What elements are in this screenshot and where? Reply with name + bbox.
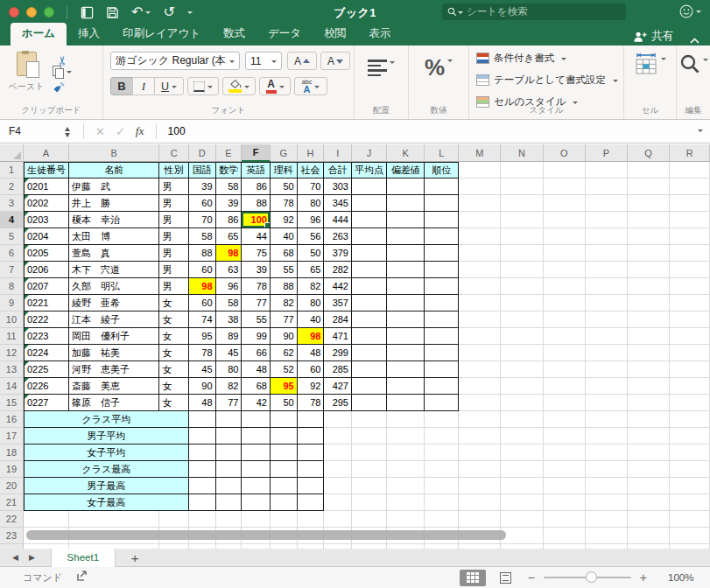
cell[interactable] <box>544 528 586 544</box>
student-name-cell[interactable]: 斎藤 美恵 <box>69 378 160 395</box>
score-cell[interactable]: 96 <box>298 212 325 228</box>
cell[interactable] <box>544 295 586 312</box>
cell[interactable] <box>586 312 628 328</box>
enter-icon[interactable]: ✓ <box>116 125 125 138</box>
student-id-cell[interactable]: 0225 <box>24 361 69 378</box>
cell[interactable] <box>352 395 387 411</box>
gender-cell[interactable]: 女 <box>159 295 188 312</box>
gender-cell[interactable]: 男 <box>159 212 188 228</box>
score-cell[interactable]: 39 <box>242 262 270 278</box>
score-cell[interactable]: 80 <box>216 361 243 378</box>
cell[interactable] <box>352 178 387 195</box>
cell[interactable] <box>544 411 586 428</box>
score-cell[interactable]: 50 <box>271 395 298 411</box>
cell[interactable] <box>501 195 543 212</box>
cell[interactable] <box>501 328 543 345</box>
number-format-button[interactable]: % <box>409 56 468 79</box>
student-id-cell[interactable]: 0224 <box>24 345 69 361</box>
cell[interactable] <box>544 378 586 395</box>
font-name-select[interactable]: 游ゴシック Regular (本... <box>110 52 240 70</box>
cell[interactable] <box>352 478 387 494</box>
score-cell[interactable]: 98 <box>298 328 325 345</box>
score-cell[interactable]: 86 <box>216 212 243 228</box>
total-cell[interactable]: 284 <box>324 312 352 328</box>
increase-font-size-button[interactable]: A <box>287 52 317 70</box>
add-sheet-button[interactable]: + <box>131 551 139 564</box>
cut-icon[interactable]: ✂ <box>56 46 68 66</box>
cell[interactable] <box>670 212 710 228</box>
row-header-19[interactable]: 19 <box>0 461 24 478</box>
score-cell[interactable]: 58 <box>216 295 243 312</box>
cell[interactable] <box>544 428 586 444</box>
student-id-cell[interactable]: 0223 <box>24 328 69 345</box>
header-cell[interactable]: 数学 <box>216 162 243 178</box>
cell[interactable] <box>387 411 425 428</box>
summary-value-cell[interactable] <box>298 444 325 461</box>
student-name-cell[interactable]: 江本 綾子 <box>69 312 160 328</box>
score-cell[interactable]: 74 <box>189 312 216 328</box>
cell[interactable] <box>544 162 586 178</box>
cell[interactable] <box>628 511 670 528</box>
row-header-17[interactable]: 17 <box>0 428 24 444</box>
summary-label-cell[interactable]: クラス最高 <box>24 461 189 478</box>
cell[interactable] <box>670 461 710 478</box>
cell[interactable] <box>586 395 628 411</box>
cell[interactable] <box>387 428 425 444</box>
column-header-R[interactable]: R <box>670 144 710 162</box>
page-layout-view-button[interactable] <box>493 570 519 586</box>
cell[interactable] <box>670 361 710 378</box>
row-header-18[interactable]: 18 <box>0 444 24 461</box>
student-id-cell[interactable]: 0205 <box>24 245 69 262</box>
cell[interactable] <box>324 444 352 461</box>
cell[interactable] <box>544 195 586 212</box>
cell[interactable] <box>459 494 501 511</box>
cell[interactable] <box>544 444 586 461</box>
score-cell[interactable]: 78 <box>242 278 270 295</box>
gender-cell[interactable]: 女 <box>159 312 188 328</box>
score-cell[interactable]: 78 <box>189 345 216 361</box>
cell[interactable] <box>387 478 425 494</box>
cell[interactable] <box>501 312 543 328</box>
cell[interactable] <box>586 328 628 345</box>
prev-sheet-icon[interactable]: ◀ <box>12 553 18 562</box>
cell[interactable] <box>501 528 543 544</box>
row-header-1[interactable]: 1 <box>0 162 24 178</box>
summary-value-cell[interactable] <box>298 461 325 478</box>
cell[interactable] <box>586 245 628 262</box>
score-cell[interactable]: 68 <box>271 245 298 262</box>
font-color-button[interactable]: A <box>259 77 291 95</box>
cell[interactable] <box>24 511 69 528</box>
score-cell[interactable]: 77 <box>271 312 298 328</box>
total-cell[interactable]: 263 <box>324 228 352 245</box>
cell[interactable] <box>324 494 352 511</box>
cell[interactable] <box>670 178 710 195</box>
cell[interactable] <box>387 278 425 295</box>
student-name-cell[interactable]: 河野 恵美子 <box>69 361 160 378</box>
cell[interactable] <box>387 444 425 461</box>
summary-value-cell[interactable] <box>189 478 216 494</box>
score-cell[interactable]: 77 <box>216 395 243 411</box>
phonetic-guide-button[interactable]: abcA <box>294 77 327 95</box>
summary-value-cell[interactable] <box>216 411 243 428</box>
cell[interactable] <box>352 444 387 461</box>
cell[interactable] <box>586 295 628 312</box>
cell[interactable] <box>387 262 425 278</box>
score-cell[interactable]: 78 <box>298 395 325 411</box>
cell[interactable] <box>425 295 459 312</box>
header-cell[interactable]: 合計 <box>324 162 352 178</box>
cell[interactable] <box>271 511 298 528</box>
cell[interactable] <box>324 478 352 494</box>
cell[interactable] <box>425 395 459 411</box>
cell[interactable] <box>352 278 387 295</box>
cell[interactable] <box>544 212 586 228</box>
cell[interactable] <box>628 228 670 245</box>
cell[interactable] <box>352 245 387 262</box>
tab-view[interactable]: 表示 <box>357 23 402 46</box>
cell[interactable] <box>586 511 628 528</box>
header-cell[interactable]: 順位 <box>425 162 459 178</box>
cell[interactable] <box>586 345 628 361</box>
cell[interactable] <box>670 411 710 428</box>
cell[interactable] <box>425 478 459 494</box>
score-cell[interactable]: 98 <box>189 278 216 295</box>
summary-label-cell[interactable]: 男子最高 <box>24 478 189 494</box>
